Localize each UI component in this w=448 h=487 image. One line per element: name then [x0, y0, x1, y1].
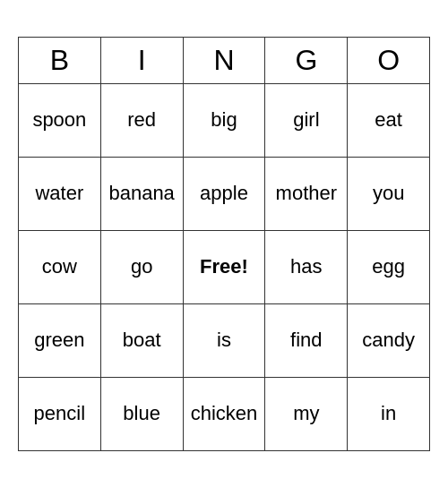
header-row: BINGO [19, 37, 430, 83]
cell-r0-c3: girl [265, 83, 348, 157]
cell-r3-c3: find [265, 303, 348, 377]
bingo-card: BINGO spoonredbiggirleatwaterbananaapple… [18, 37, 430, 451]
cell-r2-c1: go [100, 230, 183, 303]
cell-r3-c0: green [19, 303, 101, 377]
cell-r3-c1: boat [100, 303, 183, 377]
cell-r2-c0: cow [19, 230, 101, 303]
cell-r4-c3: my [265, 377, 348, 450]
bingo-table: BINGO spoonredbiggirleatwaterbananaapple… [18, 37, 430, 451]
cell-r1-c4: you [348, 157, 430, 230]
cell-r1-c3: mother [265, 157, 348, 230]
table-row: spoonredbiggirleat [19, 83, 430, 157]
cell-r0-c4: eat [348, 83, 430, 157]
cell-r2-c3: has [265, 230, 348, 303]
cell-r0-c0: spoon [19, 83, 101, 157]
header-col-o: O [348, 37, 430, 83]
cell-r0-c2: big [183, 83, 265, 157]
header-col-b: B [19, 37, 101, 83]
cell-r4-c0: pencil [19, 377, 101, 450]
table-row: cowgoFree!hasegg [19, 230, 430, 303]
header-col-g: G [265, 37, 348, 83]
cell-r2-c2: Free! [183, 230, 265, 303]
cell-r4-c4: in [348, 377, 430, 450]
cell-r0-c1: red [100, 83, 183, 157]
cell-r3-c4: candy [348, 303, 430, 377]
table-row: greenboatisfindcandy [19, 303, 430, 377]
cell-r4-c1: blue [100, 377, 183, 450]
header-col-n: N [183, 37, 265, 83]
table-row: waterbananaapplemotheryou [19, 157, 430, 230]
cell-r1-c1: banana [100, 157, 183, 230]
cell-r4-c2: chicken [183, 377, 265, 450]
header-col-i: I [100, 37, 183, 83]
cell-r1-c0: water [19, 157, 101, 230]
cell-r2-c4: egg [348, 230, 430, 303]
cell-r1-c2: apple [183, 157, 265, 230]
cell-r3-c2: is [183, 303, 265, 377]
table-row: pencilbluechickenmyin [19, 377, 430, 450]
